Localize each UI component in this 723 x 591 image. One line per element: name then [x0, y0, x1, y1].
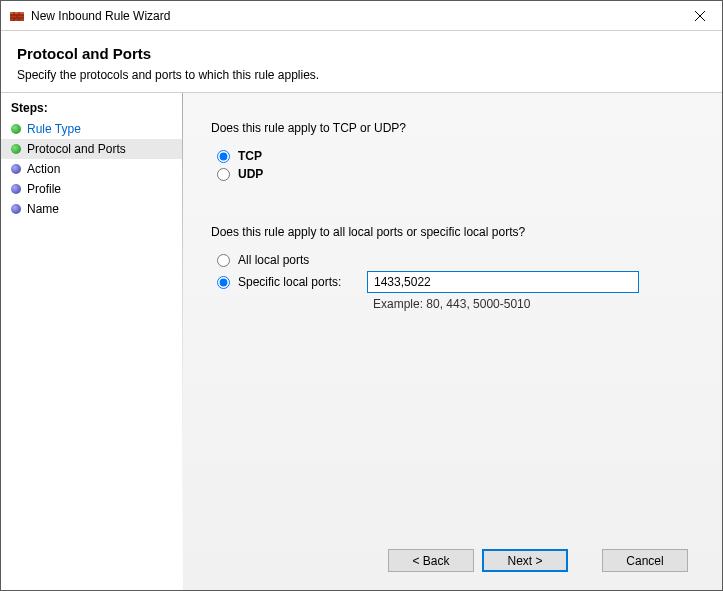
specific-ports-input[interactable]	[367, 271, 639, 293]
close-icon	[695, 11, 705, 21]
ports-question: Does this rule apply to all local ports …	[211, 225, 704, 239]
page-title: Protocol and Ports	[17, 45, 706, 62]
svg-rect-1	[10, 12, 24, 14]
all-ports-label[interactable]: All local ports	[238, 253, 309, 267]
step-bullet-icon	[11, 144, 21, 154]
step-profile[interactable]: Profile	[1, 179, 183, 199]
step-label: Profile	[27, 182, 61, 196]
ports-group: Does this rule apply to all local ports …	[211, 225, 704, 311]
tcp-label[interactable]: TCP	[238, 149, 262, 163]
specific-ports-label[interactable]: Specific local ports:	[238, 275, 341, 289]
step-label: Rule Type	[27, 122, 81, 136]
cancel-button[interactable]: Cancel	[602, 549, 688, 572]
step-label: Name	[27, 202, 59, 216]
tcp-radio[interactable]	[217, 150, 230, 163]
specific-ports-row: Specific local ports:	[217, 271, 704, 293]
step-action[interactable]: Action	[1, 159, 183, 179]
protocol-tcp-row: TCP	[217, 149, 704, 163]
titlebar: New Inbound Rule Wizard	[1, 1, 722, 31]
step-bullet-icon	[11, 184, 21, 194]
all-ports-radio[interactable]	[217, 254, 230, 267]
firewall-icon	[9, 8, 25, 24]
button-gap	[576, 549, 594, 572]
step-label: Protocol and Ports	[27, 142, 126, 156]
specific-ports-radio[interactable]	[217, 276, 230, 289]
window-title: New Inbound Rule Wizard	[31, 9, 677, 23]
ports-example: Example: 80, 443, 5000-5010	[373, 297, 704, 311]
step-name[interactable]: Name	[1, 199, 183, 219]
next-button[interactable]: Next >	[482, 549, 568, 572]
step-rule-type[interactable]: Rule Type	[1, 119, 183, 139]
wizard-footer: < Back Next > Cancel	[211, 535, 704, 590]
page-description: Specify the protocols and ports to which…	[17, 68, 706, 82]
step-label: Action	[27, 162, 60, 176]
all-ports-row: All local ports	[217, 253, 704, 267]
step-bullet-icon	[11, 204, 21, 214]
step-bullet-icon	[11, 124, 21, 134]
step-protocol-and-ports[interactable]: Protocol and Ports	[1, 139, 183, 159]
udp-label[interactable]: UDP	[238, 167, 263, 181]
udp-radio[interactable]	[217, 168, 230, 181]
wizard-body: Steps: Rule Type Protocol and Ports Acti…	[1, 92, 722, 590]
wizard-header: Protocol and Ports Specify the protocols…	[1, 31, 722, 92]
steps-sidebar: Steps: Rule Type Protocol and Ports Acti…	[1, 93, 183, 590]
steps-heading: Steps:	[1, 97, 183, 119]
protocol-question: Does this rule apply to TCP or UDP?	[211, 121, 704, 135]
window-close-button[interactable]	[677, 1, 722, 30]
back-button[interactable]: < Back	[388, 549, 474, 572]
protocol-udp-row: UDP	[217, 167, 704, 181]
step-bullet-icon	[11, 164, 21, 174]
wizard-window: New Inbound Rule Wizard Protocol and Por…	[0, 0, 723, 591]
wizard-main: Does this rule apply to TCP or UDP? TCP …	[183, 93, 722, 590]
